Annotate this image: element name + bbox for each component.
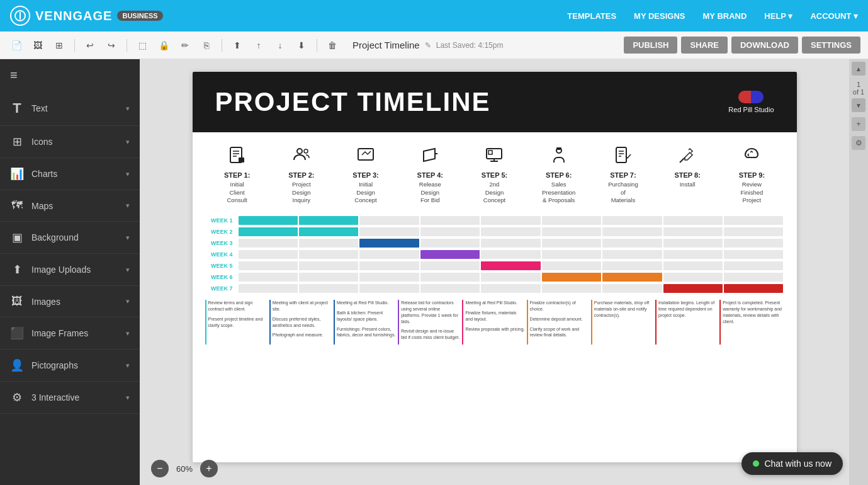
step8-number: STEP 8: [674,171,700,180]
desc-text-2c: Photograph and measure. [273,332,332,338]
toolbar-icon-copy[interactable]: ⎘ [198,37,215,54]
toolbar-icon-document[interactable]: 📄 [8,37,25,54]
week1-cell-7 [602,216,662,225]
week6-cell-9 [724,273,783,282]
scroll-down-button[interactable]: ▼ [852,98,865,112]
toolbar-divider-1 [74,39,75,52]
toolbar-icon-undo[interactable]: ↩ [81,37,99,54]
desc-block-2c: Photograph and measure. [273,332,332,338]
step-col-5: STEP 5: 2ndDesignConcept [462,142,526,208]
scroll-up-button[interactable]: ▲ [852,62,865,76]
sidebar-item-images[interactable]: 🖼 Images ▾ [0,286,140,317]
doc-edit-icon[interactable]: ✎ [425,41,431,50]
desc-block-7a: Purchase materials, drop off materials o… [594,300,653,318]
nav-mybrand[interactable]: MY BRAND [703,11,747,21]
week-row-1: WEEK 1 [205,215,784,225]
week3-cell-7 [602,239,662,248]
week5-cell-2 [299,261,358,270]
sidebar-charts-label: Charts [31,169,118,179]
chevron-down-icon8: ▾ [126,329,130,338]
desc-col-7: Purchase materials, drop off materials o… [591,300,655,345]
sidebar-image-uploads-label: Image Uploads [31,265,118,275]
infographic[interactable]: PROJECT TIMELINE Red Pill Studio STEP 1:… [193,72,797,462]
week6-cells [238,273,784,282]
settings-button[interactable]: SETTINGS [802,37,860,54]
week7-cell-1 [239,284,298,293]
sidebar-item-maps[interactable]: 🗺 Maps ▾ [0,190,140,222]
toolbar-icon-up[interactable]: ⬆ [228,37,246,54]
week-row-3: WEEK 3 [205,238,784,248]
week4-cell-6 [542,250,601,259]
toolbar-icon-crop[interactable]: ⬚ [133,37,151,54]
toolbar-icon-redo[interactable]: ↪ [103,37,120,54]
desc-text-6a: Finalize contractor(s) of choice. [530,300,589,312]
publish-button[interactable]: PUBLISH [624,37,677,54]
toolbar-divider-3 [222,39,222,52]
step3-icon [357,146,375,168]
step-col-8: STEP 8: Install [655,142,719,208]
toolbar-icon-lock[interactable]: 🔒 [155,37,172,54]
week2-cell-6 [542,227,601,236]
infographic-header: PROJECT TIMELINE Red Pill Studio [193,72,797,132]
step5-icon [485,146,503,168]
nav-mydesigns[interactable]: MY DESIGNS [634,11,685,21]
toolbar-icon-down2[interactable]: ⬇ [293,37,310,54]
download-button[interactable]: DOWNLOAD [731,37,798,54]
desc-col-3: Meeting at Red Pill Studio. Bath & kitch… [334,300,398,345]
sidebar-item-image-frames[interactable]: ⬛ Image Frames ▾ [0,317,140,350]
svg-rect-15 [488,151,492,154]
zoom-in-button[interactable]: + [200,460,218,477]
week2-label: WEEK 2 [205,229,238,235]
step-col-7: STEP 7: PurchasingofMaterials [591,142,655,208]
sidebar-item-background[interactable]: ▣ Background ▾ [0,222,140,254]
chevron-down-icon4: ▾ [126,202,130,210]
desc-text-5a: Meeting at Red Pill Studio. [465,300,524,306]
sidebar-item-interactive[interactable]: ⚙ 3 Interactive ▾ [0,382,140,414]
step1-number: STEP 1: [224,171,250,180]
svg-rect-18 [616,147,626,163]
image-frames-icon: ⬛ [10,326,24,340]
nav-templates[interactable]: TEMPLATES [567,11,616,21]
toolbar-icon-edit[interactable]: ✏ [176,37,194,54]
step-col-1: STEP 1: InitialClientConsult [205,142,269,208]
zoom-out-button[interactable]: − [151,460,169,477]
week2-cell-4 [420,227,480,236]
week4-cells [238,250,784,259]
toolbar-icon-up2[interactable]: ↑ [250,37,268,54]
toolbar-icon-down[interactable]: ↓ [271,37,289,54]
desc-text-5b: Finalize fixtures, materials and layout. [465,310,524,322]
settings-scroll-button[interactable]: ⚙ [852,136,865,150]
pictographs-icon: 👤 [10,358,24,372]
week2-cell-3 [359,227,419,236]
sidebar-item-charts[interactable]: 📊 Charts ▾ [0,158,140,190]
sidebar-item-pictographs[interactable]: 👤 Pictographs ▾ [0,350,140,382]
desc-text-2a: Meeting with client at project site. [273,300,332,312]
week4-cell-5 [481,250,540,259]
step4-number: STEP 4: [417,171,443,180]
step1-name: InitialClientConsult [227,181,247,204]
nav-account[interactable]: ACCOUNT ▾ [810,11,858,21]
step7-name: PurchasingofMaterials [608,181,638,204]
sidebar-item-text[interactable]: T Text ▾ [0,91,140,126]
nav-help[interactable]: HELP ▾ [764,11,792,21]
desc-text-4a: Release bid for contractors using severa… [401,300,460,324]
toolbar-icon-image[interactable]: 🖼 [29,37,47,54]
sidebar-image-frames-label: Image Frames [31,328,118,338]
step9-number: STEP 9: [739,171,765,180]
step9-name: ReviewFinishedProject [740,181,763,204]
zoom-in-scroll-button[interactable]: + [852,117,865,131]
sidebar-item-icons[interactable]: ⊞ Icons ▾ [0,126,140,158]
sidebar-item-image-uploads[interactable]: ⬆ Image Uploads ▾ [0,254,140,286]
week2-cell-1 [239,227,298,236]
toolbar-icon-grid[interactable]: ⊞ [50,37,68,54]
chat-widget[interactable]: Chat with us now [741,452,843,475]
desc-block-6b: Determine deposit amount. [530,316,589,322]
toolbar-icon-trash[interactable]: 🗑 [324,37,341,54]
week3-cell-1 [239,239,298,248]
week7-cell-3 [359,284,419,293]
share-button[interactable]: SHARE [681,37,728,54]
step2-name: ProjectDesignInquiry [292,181,311,204]
sidebar-images-label: Images [31,297,118,307]
sidebar-menu-button[interactable]: ≡ [0,59,140,91]
desc-block-5a: Meeting at Red Pill Studio. [465,300,524,306]
